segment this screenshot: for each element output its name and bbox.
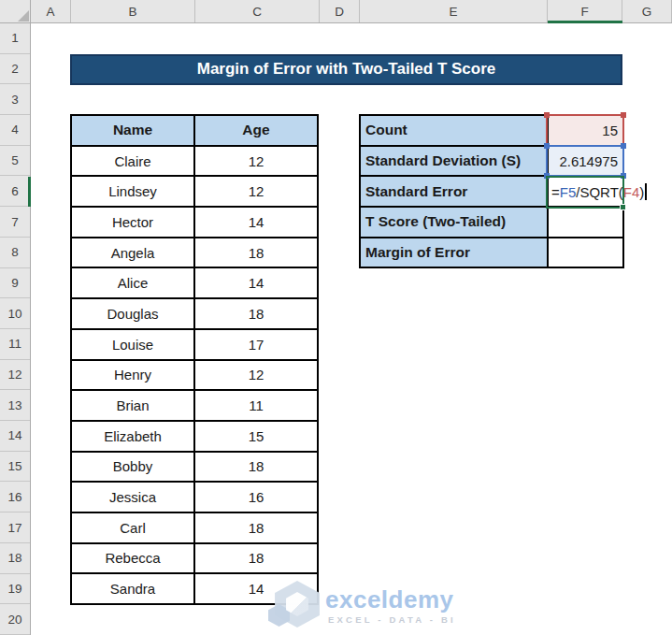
text-cursor [645, 183, 647, 200]
row-header-16[interactable]: 16 [0, 483, 30, 513]
age-cell[interactable]: 18 [194, 452, 318, 483]
age-cell[interactable]: 17 [194, 329, 318, 360]
name-cell[interactable]: Louise [71, 329, 194, 360]
table-row: Rebecca18 [71, 543, 318, 574]
table-row: Alice14 [71, 267, 318, 298]
name-cell[interactable]: Douglas [71, 298, 194, 329]
formula-token: = [551, 184, 560, 200]
stat-label-cell[interactable]: Standard Error [360, 176, 548, 207]
name-age-table: NameAgeClaire12Lindsey12Hector14Angela18… [70, 114, 319, 605]
age-cell[interactable]: 18 [194, 238, 318, 268]
row-header-11[interactable]: 11 [0, 329, 30, 360]
row-headers: 1234567891011121314151617181920 [0, 23, 31, 635]
table-row: Jessica16 [71, 482, 318, 512]
age-cell[interactable]: 14 [194, 267, 318, 298]
formula-token: F4 [623, 184, 640, 200]
row-header-10[interactable]: 10 [0, 298, 30, 329]
page-title: Margin of Error with Two-Tailed T Score [197, 60, 496, 79]
row-header-15[interactable]: 15 [0, 452, 30, 483]
name-cell[interactable]: Jessica [71, 482, 194, 512]
age-cell[interactable]: 14 [194, 207, 318, 238]
name-cell[interactable]: Alice [71, 267, 194, 298]
age-cell[interactable]: 18 [194, 512, 318, 543]
table-row: Brian11 [71, 390, 318, 421]
row-header-17[interactable]: 17 [0, 512, 30, 543]
stats-row: Count15 [360, 115, 623, 146]
stats-row: Margin of Error [360, 238, 623, 268]
stat-label-cell[interactable]: Margin of Error [360, 238, 548, 268]
name-cell[interactable]: Hector [71, 207, 194, 238]
table-row: Sandra14 [71, 573, 318, 604]
age-cell[interactable]: 16 [194, 482, 318, 512]
table-row: Henry12 [71, 360, 318, 391]
name-cell[interactable]: Elizabeth [71, 421, 194, 452]
row-header-7[interactable]: 7 [0, 207, 30, 238]
name-cell[interactable]: Bobby [71, 452, 194, 483]
active-column-indicator [548, 21, 622, 23]
row-header-4[interactable]: 4 [0, 115, 30, 146]
row-header-1[interactable]: 1 [0, 23, 30, 54]
stat-label-cell[interactable]: T Score (Two-Tailed) [360, 207, 548, 238]
stat-label-cell[interactable]: Standard Deviation (S) [360, 146, 548, 177]
age-cell[interactable]: 14 [194, 573, 318, 604]
row-header-13[interactable]: 13 [0, 390, 30, 421]
stat-value-cell[interactable] [548, 207, 623, 238]
row-header-12[interactable]: 12 [0, 360, 30, 391]
table-row: Hector14 [71, 207, 318, 238]
formula-edit-cell[interactable]: =F5/SQRT(F4) [548, 176, 623, 207]
formula-token: F5 [560, 184, 577, 200]
active-row-indicator [28, 177, 31, 208]
column-header-d[interactable]: D [320, 0, 360, 22]
formula-token: ) [639, 184, 644, 200]
name-table-header-row: NameAge [71, 115, 318, 146]
watermark-text: exceldemy EXCEL - DATA - BI [325, 588, 456, 628]
column-headers: ABCDEFG [0, 0, 672, 23]
column-header-e[interactable]: E [360, 0, 548, 22]
age-cell[interactable]: 18 [194, 543, 318, 574]
age-cell[interactable]: 12 [194, 146, 318, 177]
select-all-corner[interactable] [0, 0, 31, 23]
row-header-3[interactable]: 3 [0, 84, 30, 115]
stats-row: T Score (Two-Tailed) [360, 207, 623, 238]
select-all-triangle-icon [18, 10, 29, 22]
name-cell[interactable]: Angela [71, 238, 194, 268]
stat-label-cell[interactable]: Count [360, 115, 548, 146]
row-header-19[interactable]: 19 [0, 574, 30, 605]
age-cell[interactable]: 12 [194, 176, 318, 207]
stats-table: Count15Standard Deviation (S)2.614975Sta… [359, 114, 624, 268]
age-cell[interactable]: 12 [194, 360, 318, 391]
age-cell[interactable]: 15 [194, 421, 318, 452]
column-header-g[interactable]: G [622, 0, 672, 22]
row-header-14[interactable]: 14 [0, 421, 30, 452]
excel-worksheet: ABCDEFG 1234567891011121314151617181920 … [0, 0, 672, 635]
name-cell[interactable]: Sandra [71, 573, 194, 604]
name-cell[interactable]: Claire [71, 146, 194, 177]
table-header-cell[interactable]: Name [71, 115, 194, 146]
name-cell[interactable]: Rebecca [71, 543, 194, 574]
age-cell[interactable]: 18 [194, 298, 318, 329]
column-header-b[interactable]: B [71, 0, 195, 22]
table-row: Elizabeth15 [71, 421, 318, 452]
stat-value-cell[interactable]: 15 [548, 115, 623, 146]
column-header-a[interactable]: A [31, 0, 71, 22]
column-header-c[interactable]: C [195, 0, 320, 22]
row-header-2[interactable]: 2 [0, 54, 30, 85]
row-header-5[interactable]: 5 [0, 146, 30, 177]
table-header-cell[interactable]: Age [194, 115, 318, 146]
row-header-20[interactable]: 20 [0, 604, 30, 635]
row-header-8[interactable]: 8 [0, 238, 30, 268]
stat-value-cell[interactable] [548, 238, 623, 268]
name-cell[interactable]: Carl [71, 512, 194, 543]
row-header-18[interactable]: 18 [0, 543, 30, 574]
row-header-6[interactable]: 6 [0, 177, 30, 208]
stats-row: Standard Error=F5/SQRT(F4) [360, 176, 623, 207]
age-cell[interactable]: 11 [194, 390, 318, 421]
column-header-f[interactable]: F [548, 0, 622, 22]
name-cell[interactable]: Lindsey [71, 176, 194, 207]
name-cell[interactable]: Brian [71, 390, 194, 421]
title-banner[interactable]: Margin of Error with Two-Tailed T Score [70, 54, 622, 86]
row-header-9[interactable]: 9 [0, 268, 30, 299]
table-row: Carl18 [71, 512, 318, 543]
name-cell[interactable]: Henry [71, 360, 194, 391]
stat-value-cell[interactable]: 2.614975 [548, 146, 623, 177]
